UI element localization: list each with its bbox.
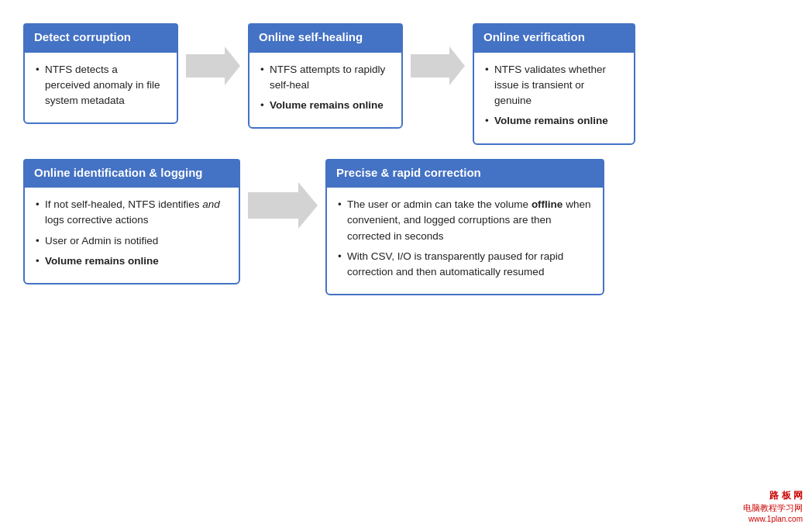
block-online-verification: Online verification NTFS validates wheth… [473, 23, 635, 145]
list-item: If not self-healed, NTFS identifies and … [36, 197, 228, 229]
svg-marker-2 [248, 182, 318, 229]
row2: Online identification & logging If not s… [23, 159, 789, 296]
header-text-3: Online verification [483, 30, 585, 43]
list-item: NTFS validates whether issue is transien… [485, 62, 623, 109]
block-online-id-logging: Online identification & logging If not s… [23, 159, 240, 285]
arrow-svg-1 [186, 47, 240, 85]
block-detect-corruption: Detect corruption NTFS detects a perceiv… [23, 23, 178, 124]
content-precise-rapid: The user or admin can take the volume of… [325, 186, 604, 295]
content-online-verification: NTFS validates whether issue is transien… [473, 51, 635, 145]
list-item: Volume remains online [36, 253, 228, 269]
watermark-line2: 电脑教程学习网 [743, 502, 803, 514]
block-online-self-healing: Online self-healing NTFS attempts to rap… [248, 23, 403, 129]
arrow-2 [403, 47, 473, 85]
list-item: Volume remains online [485, 113, 623, 129]
svg-marker-0 [186, 47, 240, 85]
header-text-4: Online identification & logging [34, 166, 203, 179]
list-item: NTFS attempts to rapidly self-heal [260, 62, 391, 94]
watermark-line3: www.1plan.com [743, 514, 803, 525]
list-item: User or Admin is notified [36, 233, 228, 249]
arrow-1 [178, 47, 248, 85]
list-item: Volume remains online [260, 98, 391, 113]
header-online-verification: Online verification [473, 23, 635, 51]
list-item: The user or admin can take the volume of… [338, 197, 592, 244]
list-item: With CSV, I/O is transparently paused fo… [338, 249, 592, 281]
svg-marker-1 [411, 47, 465, 85]
header-text-5: Precise & rapid correction [336, 166, 481, 179]
arrow-svg-3 [248, 182, 318, 229]
header-online-self-healing: Online self-healing [248, 23, 403, 51]
content-online-id-logging: If not self-healed, NTFS identifies and … [23, 186, 240, 284]
header-detect-corruption: Detect corruption [23, 23, 178, 51]
row1: Detect corruption NTFS detects a perceiv… [23, 23, 789, 145]
header-precise-rapid: Precise & rapid correction [325, 159, 604, 187]
header-online-id-logging: Online identification & logging [23, 159, 240, 187]
content-online-self-healing: NTFS attempts to rapidly self-heal Volum… [248, 51, 403, 129]
arrow-3 [240, 182, 325, 229]
content-detect-corruption: NTFS detects a perceived anomaly in file… [23, 51, 178, 125]
arrow-svg-2 [411, 47, 465, 85]
list-item: NTFS detects a perceived anomaly in file… [36, 62, 166, 109]
watermark-line1: 路 板 网 [743, 489, 803, 502]
diagram-container: Detect corruption NTFS detects a perceiv… [0, 0, 812, 531]
header-text-2: Online self-healing [259, 30, 363, 43]
header-text-1: Detect corruption [34, 30, 131, 43]
watermark: 路 板 网 电脑教程学习网 www.1plan.com [743, 489, 803, 525]
block-precise-rapid-correction: Precise & rapid correction The user or a… [325, 159, 604, 296]
